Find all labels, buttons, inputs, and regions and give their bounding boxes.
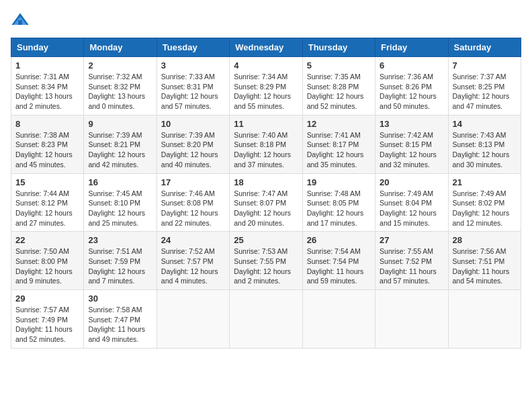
day-info-line: and 54 minutes.	[453, 276, 517, 286]
day-info-line: Sunset: 8:26 PM	[380, 82, 443, 92]
day-info-line: Sunset: 7:49 PM	[15, 315, 79, 325]
day-info-line: Sunset: 8:32 PM	[88, 82, 152, 92]
day-info-line: Sunrise: 7:45 AM	[88, 189, 152, 199]
day-number: 25	[234, 235, 298, 245]
calendar-week-row: 22Sunrise: 7:50 AMSunset: 8:00 PMDayligh…	[11, 232, 521, 290]
day-info-line: Sunset: 8:04 PM	[380, 198, 443, 208]
day-info-line: Daylight: 13 hours	[88, 91, 152, 101]
day-info-line: and 22 minutes.	[161, 218, 225, 228]
day-info-line: Daylight: 12 hours	[234, 267, 298, 277]
calendar-cell: 27Sunrise: 7:55 AMSunset: 7:52 PMDayligh…	[375, 232, 448, 290]
day-info-line: and 25 minutes.	[88, 218, 152, 228]
day-info-line: and 17 minutes.	[307, 218, 371, 228]
day-info-line: Daylight: 11 hours	[88, 324, 152, 334]
day-number: 29	[15, 293, 79, 304]
calendar-cell: 19Sunrise: 7:48 AMSunset: 8:05 PMDayligh…	[302, 173, 375, 232]
day-info-line: Sunrise: 7:43 AM	[453, 130, 517, 140]
day-number: 28	[453, 235, 517, 245]
calendar-cell: 16Sunrise: 7:45 AMSunset: 8:10 PMDayligh…	[84, 173, 157, 232]
day-info-line: Sunset: 7:52 PM	[380, 257, 443, 267]
calendar-cell: 1Sunrise: 7:31 AMSunset: 8:34 PMDaylight…	[11, 57, 84, 116]
day-info-line: Sunrise: 7:52 AM	[161, 246, 225, 257]
day-number: 1	[15, 60, 79, 71]
day-number: 23	[88, 235, 152, 245]
day-number: 3	[161, 60, 225, 71]
day-number: 30	[88, 293, 152, 304]
calendar-cell: 17Sunrise: 7:46 AMSunset: 8:08 PMDayligh…	[157, 173, 229, 232]
day-info-line: Sunset: 8:15 PM	[380, 140, 443, 150]
day-number: 24	[161, 235, 225, 245]
day-info-line: Sunset: 8:23 PM	[15, 140, 79, 150]
day-info-line: and 49 minutes.	[88, 334, 152, 345]
day-info-line: Daylight: 12 hours	[88, 267, 152, 277]
day-info-line: and 59 minutes.	[307, 276, 371, 286]
day-number: 4	[234, 60, 298, 71]
day-info-line: Sunrise: 7:44 AM	[15, 189, 79, 199]
day-info-line: Sunset: 8:10 PM	[88, 198, 152, 208]
day-info-line: Sunset: 8:28 PM	[307, 82, 371, 92]
day-info-line: Sunset: 7:57 PM	[161, 257, 225, 267]
day-info-line: Sunrise: 7:54 AM	[307, 246, 371, 257]
calendar-cell: 14Sunrise: 7:43 AMSunset: 8:13 PMDayligh…	[448, 115, 521, 173]
calendar-cell: 9Sunrise: 7:39 AMSunset: 8:21 PMDaylight…	[84, 115, 157, 173]
day-info-line: Sunrise: 7:35 AM	[307, 72, 371, 82]
day-info-line: Daylight: 12 hours	[234, 208, 298, 218]
day-info-line: Daylight: 12 hours	[380, 150, 443, 160]
calendar-cell: 24Sunrise: 7:52 AMSunset: 7:57 PMDayligh…	[157, 232, 229, 290]
calendar-cell: 6Sunrise: 7:36 AMSunset: 8:26 PMDaylight…	[375, 57, 448, 116]
day-info-line: and 55 minutes.	[234, 101, 298, 111]
day-info-line: and 57 minutes.	[380, 276, 443, 286]
day-info-line: Sunrise: 7:38 AM	[15, 130, 79, 140]
logo	[11, 11, 32, 30]
day-number: 26	[307, 235, 371, 245]
day-info-line: and 42 minutes.	[88, 160, 152, 170]
day-info-line: Sunset: 7:55 PM	[234, 257, 298, 267]
calendar-cell	[157, 290, 229, 349]
calendar-cell: 18Sunrise: 7:47 AMSunset: 8:07 PMDayligh…	[230, 173, 302, 232]
day-info-line: Daylight: 12 hours	[453, 91, 517, 101]
day-number: 5	[307, 60, 371, 71]
day-info-line: Daylight: 12 hours	[307, 150, 371, 160]
calendar-cell: 25Sunrise: 7:53 AMSunset: 7:55 PMDayligh…	[230, 232, 302, 290]
day-info-line: and 57 minutes.	[161, 101, 225, 111]
day-info-line: Sunset: 8:17 PM	[307, 140, 371, 150]
day-info-line: Sunset: 8:21 PM	[88, 140, 152, 150]
day-info-line: Sunrise: 7:36 AM	[380, 72, 443, 82]
day-info-line: and 45 minutes.	[15, 160, 79, 170]
day-info-line: and 35 minutes.	[307, 160, 371, 170]
day-header: Friday	[375, 38, 448, 57]
day-info-line: Sunset: 8:29 PM	[234, 82, 298, 92]
calendar-cell: 11Sunrise: 7:40 AMSunset: 8:18 PMDayligh…	[230, 115, 302, 173]
calendar-week-row: 15Sunrise: 7:44 AMSunset: 8:12 PMDayligh…	[11, 173, 521, 232]
day-info-line: Sunset: 8:20 PM	[161, 140, 225, 150]
day-info-line: Daylight: 13 hours	[15, 91, 79, 101]
calendar-cell: 10Sunrise: 7:39 AMSunset: 8:20 PMDayligh…	[157, 115, 229, 173]
day-header: Wednesday	[230, 38, 302, 57]
day-info-line: Sunrise: 7:33 AM	[161, 72, 225, 82]
day-info-line: Daylight: 12 hours	[453, 208, 517, 218]
day-info-line: and 15 minutes.	[380, 218, 443, 228]
day-number: 27	[380, 235, 443, 245]
calendar-week-row: 8Sunrise: 7:38 AMSunset: 8:23 PMDaylight…	[11, 115, 521, 173]
day-number: 12	[307, 119, 371, 129]
day-info-line: Sunrise: 7:39 AM	[88, 130, 152, 140]
day-number: 21	[453, 177, 517, 187]
day-info-line: Sunset: 7:47 PM	[88, 315, 152, 325]
day-info-line: Sunrise: 7:48 AM	[307, 189, 371, 199]
day-header: Monday	[84, 38, 157, 57]
day-info-line: and 27 minutes.	[15, 218, 79, 228]
calendar-cell	[302, 290, 375, 349]
calendar-cell: 20Sunrise: 7:49 AMSunset: 8:04 PMDayligh…	[375, 173, 448, 232]
day-info-line: Daylight: 12 hours	[88, 208, 152, 218]
day-number: 7	[453, 60, 517, 71]
day-info-line: Daylight: 12 hours	[161, 208, 225, 218]
svg-rect-2	[18, 20, 22, 25]
day-info-line: and 52 minutes.	[307, 101, 371, 111]
day-info-line: Sunset: 7:51 PM	[453, 257, 517, 267]
day-number: 16	[88, 177, 152, 187]
calendar-cell: 22Sunrise: 7:50 AMSunset: 8:00 PMDayligh…	[11, 232, 84, 290]
day-info-line: Sunset: 8:18 PM	[234, 140, 298, 150]
day-number: 13	[380, 119, 443, 129]
day-info-line: Sunset: 8:07 PM	[234, 198, 298, 208]
day-info-line: Daylight: 12 hours	[15, 267, 79, 277]
